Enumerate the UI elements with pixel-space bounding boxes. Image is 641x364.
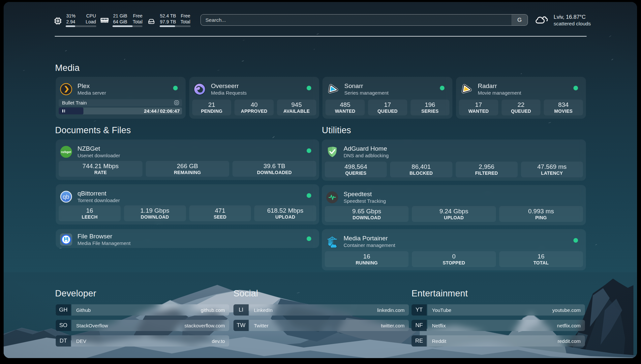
svg-text:qb: qb <box>63 193 69 200</box>
svg-text:nzbget: nzbget <box>61 150 71 153</box>
